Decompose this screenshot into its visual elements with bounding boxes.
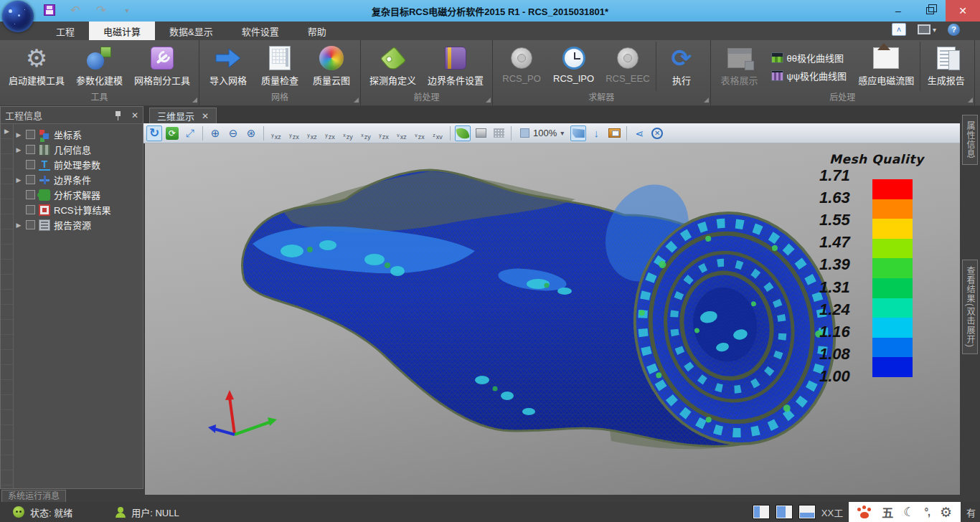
tree-item-report-resources[interactable]: ▶ 报告资源	[14, 217, 143, 232]
rcs-po-button[interactable]: RCS_PO	[496, 42, 547, 91]
view-preset-button-3[interactable]: yxz	[304, 125, 320, 141]
checkbox[interactable]	[26, 205, 35, 214]
probe-angle-button[interactable]: 探测角定义	[364, 42, 422, 91]
tree-item-geometry-info[interactable]: ▶ 几何信息	[14, 142, 143, 157]
group-expand-corner[interactable]	[486, 98, 491, 103]
view-preset-button-2[interactable]: yzx	[286, 125, 302, 141]
execute-button[interactable]: ⟳ 执行	[656, 42, 707, 91]
layout-wide-button[interactable]	[776, 505, 793, 519]
refresh-view-button[interactable]: ⟳	[164, 125, 180, 141]
group-expand-corner[interactable]	[968, 98, 973, 103]
zoom-fit-button[interactable]: ⊛	[243, 125, 259, 141]
tab-help[interactable]: 帮助	[293, 22, 341, 40]
ribbon-tab-bar: 工程 电磁计算 数据&显示 软件设置 帮助 ˄ ▾ ?	[0, 22, 980, 40]
minimize-button[interactable]: –	[882, 0, 914, 22]
view-preset-button-4[interactable]: yzx	[322, 125, 338, 141]
zoom-in-button[interactable]: ⊕	[207, 125, 223, 141]
view-preset-button-7[interactable]: yzx	[376, 125, 392, 141]
redo-button[interactable]: ↷	[93, 2, 109, 18]
tab-em-compute[interactable]: 电磁计算	[89, 22, 155, 40]
flat-render-button[interactable]	[473, 125, 489, 141]
3d-viewport[interactable]: Mesh Quality 1.711.63 1.551.47 1.391.31 …	[145, 143, 960, 495]
layout-bottom-button[interactable]	[798, 505, 816, 519]
help-button[interactable]: ?	[948, 24, 960, 36]
restore-button[interactable]	[914, 0, 946, 22]
tree-item-preprocess-params[interactable]: T 前处理参数	[14, 157, 143, 172]
view-preset-button-5[interactable]: xzy	[340, 125, 356, 141]
export-image-button[interactable]	[606, 125, 622, 141]
share-button[interactable]: ⋖	[631, 125, 647, 141]
right-tab-strip: 属性信息 查看结果(双击展开)	[960, 123, 980, 502]
rotate-view-button[interactable]: ↻	[146, 125, 162, 141]
checkbox[interactable]	[26, 130, 35, 139]
undo-button[interactable]: ↶	[67, 2, 83, 18]
tab-project[interactable]: 工程	[42, 22, 89, 40]
panel-close-icon[interactable]: ✕	[131, 110, 138, 120]
tab-3d-display[interactable]: 三维显示 ✕	[149, 108, 217, 123]
ime-mode-text[interactable]: 五	[882, 503, 893, 521]
zoom-level-value: 100%	[533, 128, 557, 138]
ime-settings-gear-icon[interactable]: ⚙	[940, 504, 952, 521]
rcs-eec-button[interactable]: RCS_EEC	[600, 42, 655, 91]
close-view-button[interactable]: ✕	[649, 125, 665, 141]
checkbox[interactable]	[26, 220, 35, 229]
save-button[interactable]	[42, 2, 57, 18]
tab-settings[interactable]: 软件设置	[227, 22, 293, 40]
gear-icon: ⚙	[26, 46, 47, 70]
tree-item-coordinate-system[interactable]: ▶ 坐标系	[14, 127, 143, 142]
view-preset-button-9[interactable]: vzx	[412, 125, 428, 141]
generate-report-button[interactable]: 生成报告	[920, 42, 971, 91]
parametric-modeling-button[interactable]: 参数化建模	[70, 42, 128, 91]
zoom-level-dropdown[interactable]: 100% ▾	[516, 128, 568, 138]
checkbox[interactable]	[26, 145, 35, 154]
theta-polar-curve-button[interactable]: θθ极化曲线图	[771, 51, 847, 65]
pin-icon[interactable]	[114, 110, 123, 120]
project-tree: ▶ 坐标系 ▶ 几何信息 T 前处理参数	[14, 124, 143, 488]
tree-item-boundary-conditions[interactable]: ▶ 边界条件	[14, 172, 143, 187]
punctuation-icon[interactable]: °,	[924, 506, 930, 518]
checkbox[interactable]	[26, 160, 35, 169]
tree-item-analysis-solver[interactable]: 分析求解器	[14, 187, 143, 202]
layout-left-button[interactable]	[753, 505, 770, 519]
moon-icon[interactable]: ☾	[903, 505, 914, 520]
group-expand-corner[interactable]	[354, 98, 359, 103]
boundary-settings-button[interactable]: 边界条件设置	[422, 42, 489, 91]
view-preset-button-1[interactable]: yxz	[268, 125, 284, 141]
tab-data-display[interactable]: 数据&显示	[155, 22, 227, 40]
rcs-ipo-button[interactable]: RCS_IPO	[547, 42, 600, 91]
induced-current-map-button[interactable]: 感应电磁流图	[852, 42, 920, 91]
psi-polar-curve-button[interactable]: ψψ极化曲线图	[771, 69, 847, 82]
tab-system-messages[interactable]: 系统运行消息	[1, 490, 66, 502]
tab-view-results[interactable]: 查看结果(双击展开)	[962, 260, 978, 354]
group-label-tools: 工具	[0, 91, 199, 105]
checkbox[interactable]	[26, 190, 35, 199]
shaded-render-button[interactable]	[455, 125, 471, 141]
quality-contour-button[interactable]: 质量云图	[306, 42, 357, 91]
row-arrow-icon[interactable]: ▶	[1, 124, 13, 138]
checkbox[interactable]	[26, 175, 35, 184]
tree-item-rcs-results[interactable]: RCS计算结果	[14, 202, 143, 217]
zoom-out-button[interactable]: ⊖	[225, 125, 241, 141]
pan-view-button[interactable]: ⤢	[182, 125, 198, 141]
close-button[interactable]: ✕	[946, 0, 980, 22]
display-menu-button[interactable]: ▾	[918, 24, 936, 34]
collapse-ribbon-button[interactable]: ˄	[892, 23, 906, 36]
table-display-button[interactable]: 表格展示	[714, 42, 765, 91]
qat-dropdown-button[interactable]: ▾	[119, 2, 135, 18]
launch-modeling-tool-button[interactable]: ⚙ 启动建模工具	[3, 42, 70, 91]
preview-mode-button[interactable]	[570, 125, 586, 141]
tab-close-icon[interactable]: ✕	[202, 111, 209, 121]
quality-check-button[interactable]: 质量检查	[254, 42, 306, 91]
wireframe-button[interactable]	[491, 125, 507, 141]
photo-icon	[873, 47, 899, 69]
import-mesh-button[interactable]: 导入网格	[202, 42, 254, 91]
mesh-partition-tool-button[interactable]: 网格剖分工具	[128, 42, 196, 91]
group-expand-corner[interactable]	[704, 98, 709, 103]
view-preset-button-10[interactable]: zxv	[430, 125, 446, 141]
tab-property-info[interactable]: 属性信息	[962, 115, 978, 165]
view-preset-button-6[interactable]: xzy	[358, 125, 374, 141]
group-expand-corner[interactable]	[192, 98, 197, 103]
view-preset-button-8[interactable]: vxz	[394, 125, 410, 141]
ime-paw-icon[interactable]	[857, 506, 872, 518]
download-view-button[interactable]: ↓	[588, 125, 604, 141]
